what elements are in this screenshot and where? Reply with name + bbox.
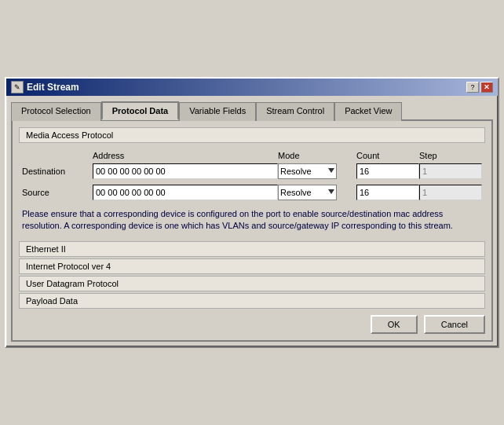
protocol-item-ipv4[interactable]: Internet Protocol ver 4	[19, 258, 485, 274]
mac-table: Address Mode Count Step Destination Fixe…	[19, 149, 485, 202]
source-count-input[interactable]	[356, 185, 419, 200]
tab-stream-control[interactable]: Stream Control	[256, 102, 334, 121]
ok-button[interactable]: OK	[371, 315, 418, 334]
destination-step-input[interactable]	[419, 163, 482, 179]
title-bar: ✎ Edit Stream ? ✕	[6, 79, 498, 96]
protocol-item-ethernet[interactable]: Ethernet II	[19, 241, 485, 257]
tab-protocol-data[interactable]: Protocol Data	[101, 101, 180, 120]
protocol-item-payload[interactable]: Payload Data	[19, 293, 485, 309]
col-header-step: Step	[419, 151, 482, 160]
tab-bar: Protocol Selection Protocol Data Variabl…	[11, 101, 493, 121]
col-header-empty	[22, 151, 93, 160]
close-button[interactable]: ✕	[480, 82, 493, 93]
source-mode-select[interactable]: Fixed Resolve Increment Decrement Random	[278, 185, 337, 200]
destination-label: Destination	[22, 167, 93, 176]
col-header-mode: Mode	[278, 151, 356, 160]
destination-mode-select[interactable]: Fixed Resolve Increment Decrement Random	[278, 163, 337, 179]
info-text: Please ensure that a corresponding devic…	[22, 208, 482, 233]
protocol-item-udp[interactable]: User Datagram Protocol	[19, 276, 485, 291]
source-label: Source	[22, 188, 93, 197]
destination-count-input[interactable]	[356, 163, 419, 179]
button-bar: OK Cancel	[19, 315, 485, 334]
section-header-mac: Media Access Protocol	[19, 127, 485, 143]
cancel-button[interactable]: Cancel	[424, 315, 485, 334]
col-header-address: Address	[93, 151, 278, 160]
main-panel: Media Access Protocol Address Mode Count…	[11, 121, 493, 343]
protocol-list: Ethernet II Internet Protocol ver 4 User…	[19, 241, 485, 309]
table-row-destination: Destination Fixed Resolve Increment Decr…	[19, 162, 485, 181]
destination-address-input[interactable]	[93, 163, 278, 179]
source-step-input[interactable]	[419, 185, 482, 200]
tab-packet-view[interactable]: Packet View	[334, 102, 402, 121]
edit-stream-window: ✎ Edit Stream ? ✕ Protocol Selection Pro…	[5, 77, 499, 349]
col-header-count: Count	[356, 151, 419, 160]
window-title: Edit Stream	[27, 82, 79, 93]
table-row-source: Source Fixed Resolve Increment Decrement…	[19, 183, 485, 202]
tab-variable-fields[interactable]: Variable Fields	[179, 102, 256, 121]
source-address-input[interactable]	[93, 185, 278, 200]
tab-protocol-selection[interactable]: Protocol Selection	[11, 102, 101, 121]
content-area: Protocol Selection Protocol Data Variabl…	[6, 96, 498, 347]
table-header-row: Address Mode Count Step	[19, 149, 485, 162]
help-button[interactable]: ?	[466, 82, 479, 93]
window-icon: ✎	[11, 81, 24, 93]
